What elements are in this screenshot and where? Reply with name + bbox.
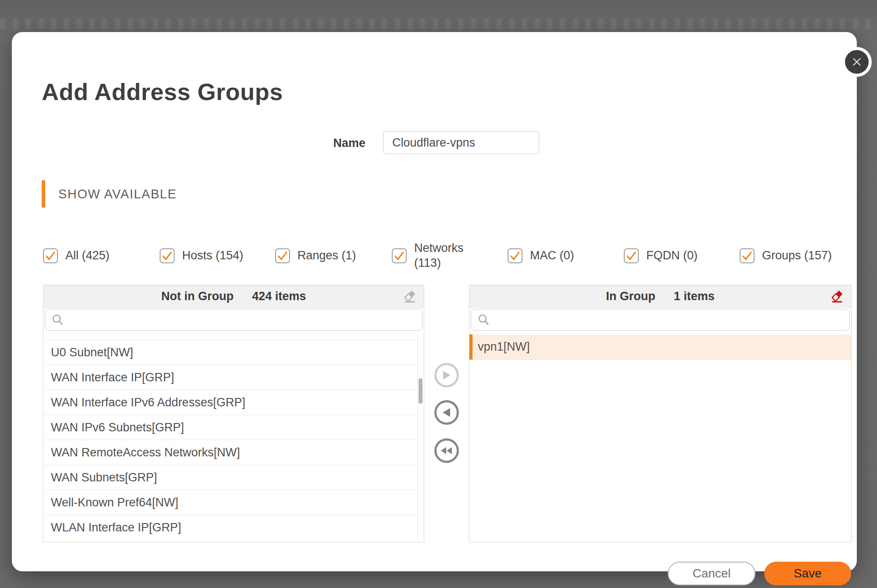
filter-hosts[interactable]: Hosts (154)	[160, 234, 243, 278]
dialog-title: Add Address Groups	[42, 78, 283, 105]
in-group-header: In Group 1 items	[469, 285, 851, 308]
list-item[interactable]: WAN Subnets[GRP]	[43, 465, 417, 490]
close-icon	[850, 55, 863, 68]
move-right-button[interactable]	[434, 363, 459, 387]
arrow-left-icon	[442, 407, 451, 418]
not-in-group-count: 424 items	[252, 290, 306, 303]
filter-ranges-label: Ranges (1)	[297, 248, 356, 263]
filter-mac[interactable]: MAC (0)	[508, 234, 574, 278]
filter-all[interactable]: All (425)	[43, 234, 110, 278]
check-icon	[626, 250, 637, 262]
partial-row	[43, 332, 417, 340]
list-item[interactable]: WAN IPv6 Subnets[GRP]	[43, 415, 417, 440]
filter-mac-label: MAC (0)	[530, 248, 574, 263]
name-label: Name	[319, 136, 365, 150]
in-group-search-input[interactable]	[490, 309, 849, 330]
search-icon	[477, 313, 490, 326]
scrollbar-track[interactable]	[417, 332, 418, 542]
checkbox-hosts[interactable]	[160, 248, 175, 263]
arrow-right-icon	[442, 370, 451, 380]
not-in-group-list: U0 Subnet[NW] WAN Interface IP[GRP] WAN …	[43, 332, 424, 542]
move-left-button[interactable]	[434, 400, 459, 425]
list-item[interactable]: Well-Known Pref64[NW]	[43, 490, 417, 515]
selected-list-item[interactable]: vpn1[NW]	[469, 334, 851, 360]
filter-hosts-label: Hosts (154)	[182, 248, 243, 263]
filter-all-label: All (425)	[65, 248, 110, 263]
accent-bar	[42, 180, 45, 208]
list-item[interactable]: WAN Interface IP[GRP]	[43, 365, 417, 390]
search-icon	[51, 313, 64, 326]
in-group-count: 1 items	[674, 290, 715, 303]
not-in-group-header: Not in Group 424 items	[43, 285, 424, 308]
background-overlay-texture	[0, 18, 877, 30]
not-in-group-search[interactable]	[45, 309, 422, 331]
filter-fqdn-label: FQDN (0)	[646, 248, 698, 263]
filter-fqdn[interactable]: FQDN (0)	[624, 234, 698, 278]
show-available-label: SHOW AVAILABLE	[58, 187, 177, 201]
cancel-button[interactable]: Cancel	[668, 562, 755, 585]
filter-ranges[interactable]: Ranges (1)	[275, 234, 356, 278]
close-button[interactable]	[845, 50, 869, 74]
in-group-title: In Group	[606, 290, 655, 303]
add-address-groups-dialog: Add Address Groups Name SHOW AVAILABLE A…	[12, 32, 857, 571]
clear-group-icon[interactable]	[828, 287, 846, 305]
eraser-icon	[830, 289, 845, 304]
check-icon	[45, 250, 56, 262]
checkbox-all[interactable]	[43, 248, 58, 263]
list-item[interactable]: WAN RemoteAccess Networks[NW]	[43, 440, 417, 465]
eraser-icon	[402, 289, 417, 304]
checkbox-networks[interactable]	[392, 248, 407, 263]
in-group-panel: In Group 1 items vpn1[NW]	[469, 285, 852, 542]
filter-groups[interactable]: Groups (157)	[740, 234, 832, 278]
show-available-section-header: SHOW AVAILABLE	[42, 180, 177, 208]
move-all-left-button[interactable]	[434, 438, 459, 463]
name-input[interactable]	[383, 131, 539, 154]
check-icon	[741, 250, 753, 262]
not-in-group-panel: Not in Group 424 items U0 Subne	[43, 285, 424, 542]
list-item[interactable]: WLAN Interface IP[GRP]	[43, 515, 417, 540]
check-icon	[277, 250, 288, 262]
check-icon	[161, 250, 173, 262]
check-icon	[509, 250, 521, 262]
filter-networks[interactable]: Networks (113)	[392, 234, 471, 278]
check-icon	[394, 250, 405, 262]
double-arrow-left-icon	[440, 445, 453, 456]
clear-selection-icon[interactable]	[401, 287, 419, 305]
not-in-group-search-input[interactable]	[64, 309, 422, 330]
filter-networks-label: Networks (113)	[414, 241, 471, 271]
in-group-list: vpn1[NW]	[469, 332, 851, 542]
list-item[interactable]: U0 Subnet[NW]	[43, 340, 417, 365]
in-group-search[interactable]	[471, 309, 850, 331]
filter-groups-label: Groups (157)	[762, 248, 832, 263]
checkbox-fqdn[interactable]	[624, 248, 639, 263]
scrollbar-thumb[interactable]	[419, 378, 422, 404]
list-item[interactable]: WAN Interface IPv6 Addresses[GRP]	[43, 390, 417, 415]
checkbox-groups[interactable]	[740, 248, 755, 263]
not-in-group-title: Not in Group	[161, 290, 233, 303]
checkbox-ranges[interactable]	[275, 248, 290, 263]
save-button[interactable]: Save	[764, 562, 851, 585]
checkbox-mac[interactable]	[508, 248, 523, 263]
